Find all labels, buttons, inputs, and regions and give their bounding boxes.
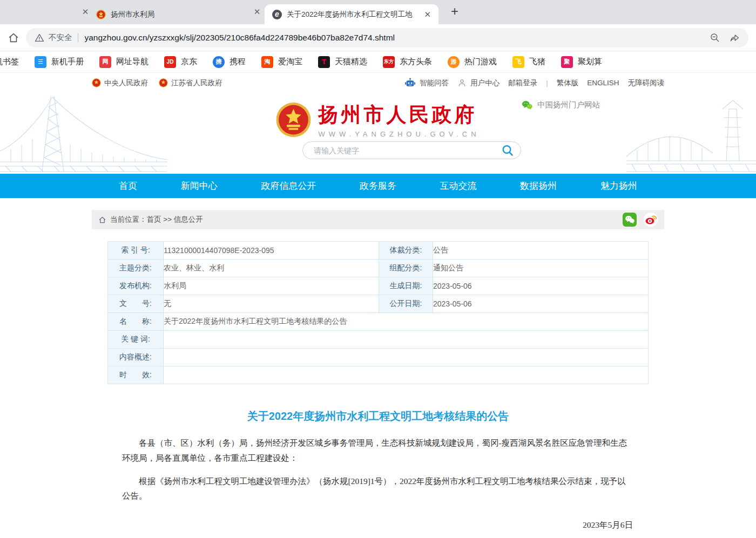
wechat-icon (521, 100, 533, 110)
link-mail-login[interactable]: 邮箱登录 (508, 78, 537, 88)
content-area: 当前位置：首页 >> 信息公开 索 引 号: 11321000014407098… (92, 210, 664, 538)
bookmark-tmall[interactable]: T 天猫精选 (318, 56, 367, 68)
meta-label: 组配分类: (379, 260, 433, 277)
bookmark-label: 热门游戏 (464, 57, 497, 67)
nav-gov-services[interactable]: 政务服务 (360, 180, 396, 192)
nav-news-center[interactable]: 新闻中心 (181, 180, 218, 192)
link-central-government[interactable]: 中央人民政府 (92, 78, 148, 88)
meta-label: 生成日期: (379, 277, 433, 295)
bookmarks-bar: 机书签 ☰ 新机手册 网 网址导航 JD 京东 携 携程 淘 爱淘宝 T 天猫精… (0, 51, 756, 73)
breadcrumb: 当前位置：首页 >> 信息公开 (92, 210, 664, 229)
bookmark-new-phone-manual[interactable]: ☰ 新机手册 (35, 56, 84, 68)
article-paragraph: 各县（市、区）水利（务）局，扬州经济开发区城乡事务管理局，生态科技新城规划建设局… (122, 435, 634, 465)
link-traditional-chinese[interactable]: 繁体版 (557, 78, 579, 88)
link-label: 无障碍阅读 (628, 78, 665, 88)
bookmark-label: 飞猪 (529, 57, 545, 67)
divider (78, 33, 78, 43)
meta-label: 名 称: (108, 313, 164, 331)
site-search (302, 141, 521, 159)
bookmark-label: 爱淘宝 (278, 57, 302, 67)
search-icon[interactable] (501, 144, 514, 157)
navigation-icon: 网 (99, 56, 111, 68)
bridge-artwork-left (0, 93, 167, 174)
gov-emblem-icon (96, 10, 106, 19)
bookmark-ctrip[interactable]: 携 携程 (213, 56, 246, 68)
address-bar: 不安全 yangzhou.gov.cn/yzszxxgk/slj/202305/… (0, 24, 756, 51)
table-row: 文 号: 无 公开日期: 2023-05-06 (108, 295, 649, 313)
link-user-center[interactable]: 用户中心 (457, 78, 500, 88)
meta-value-created-date: 2023-05-06 (433, 277, 649, 295)
close-icon[interactable]: ✕ (80, 6, 91, 17)
meta-label: 文 号: (108, 295, 164, 313)
zoom-out-icon[interactable] (710, 32, 720, 43)
divider: | (546, 79, 548, 87)
manual-icon: ☰ (35, 56, 46, 68)
meta-value-index-number: 11321000014407098E-2023-095 (164, 242, 379, 260)
meta-label: 索 引 号: (108, 242, 164, 260)
bookmark-url-navigation[interactable]: 网 网址导航 (99, 56, 148, 68)
bookmark-phone-bookmarks[interactable]: 机书签 (0, 57, 19, 67)
link-label: 繁体版 (557, 78, 579, 88)
wechat-share-icon[interactable] (623, 213, 637, 227)
table-row: 发布机构: 水利局 生成日期: 2023-05-06 (108, 277, 649, 295)
meta-label: 时 效: (108, 366, 164, 384)
site-logo[interactable]: 扬州市人民政府 WWW.YANGZHOU.GOV.CN (276, 101, 480, 138)
new-tab-button[interactable]: + (447, 4, 462, 19)
bookmark-label: 机书签 (0, 57, 19, 67)
tab-yangzhou-water-bureau[interactable]: 扬州市水利局 (96, 4, 258, 24)
home-icon[interactable] (8, 32, 19, 44)
portal-label[interactable]: 中国扬州门户网站 (521, 100, 600, 110)
link-jiangsu-government[interactable]: 江苏省人民政府 (159, 78, 222, 88)
bookmark-juhuasuan[interactable]: 聚 聚划算 (561, 56, 602, 68)
table-row: 主题分类: 农业、林业、水利 组配分类: 通知公告 (108, 260, 649, 277)
article-title: 关于2022年度扬州市水利工程文明工地考核结果的公告 (122, 409, 634, 424)
nav-charm-yangzhou[interactable]: 魅力扬州 (600, 180, 637, 192)
article-body: 关于2022年度扬州市水利工程文明工地考核结果的公告 各县（市、区）水利（务）局… (92, 409, 664, 538)
meta-value-topic: 农业、林业、水利 (164, 260, 379, 277)
gov-top-bar: 中央人民政府 江苏省人民政府 智能问答 (0, 73, 756, 93)
meta-value-title: 关于2022年度扬州市水利工程文明工地考核结果的公告 (164, 313, 649, 331)
gov-emblem-icon (159, 78, 168, 87)
link-smart-qa[interactable]: 智能问答 (404, 78, 449, 88)
meta-label: 主题分类: (108, 260, 164, 277)
portal-text: 中国扬州门户网站 (537, 100, 600, 110)
url-input[interactable]: 不安全 yangzhou.gov.cn/yzszxxgk/slj/202305/… (26, 28, 748, 47)
site-header-banner: 扬州市人民政府 WWW.YANGZHOU.GOV.CN 中国扬州门户网站 (0, 93, 756, 174)
weibo-share-icon[interactable] (644, 213, 658, 227)
share-icon[interactable] (729, 32, 740, 43)
nav-interaction[interactable]: 互动交流 (440, 180, 477, 192)
bookmark-label: 京东 (181, 57, 197, 67)
bookmark-aitaobao[interactable]: 淘 爱淘宝 (261, 56, 302, 68)
link-english[interactable]: ENGLISH (587, 79, 619, 87)
east-headlines-icon: 东方 (383, 56, 395, 68)
table-row: 名 称: 关于2022年度扬州市水利工程文明工地考核结果的公告 (108, 313, 649, 331)
meta-value-publish-date: 2023-05-06 (433, 295, 649, 313)
meta-value-summary (164, 349, 649, 366)
meta-label: 公开日期: (379, 295, 433, 313)
bookmark-hot-games[interactable]: 游 热门游戏 (448, 56, 497, 68)
tab-active-announcement[interactable]: e 关于2022年度扬州市水利工程文明工地 ✕ (265, 4, 438, 24)
tab-title: 扬州市水利局 (111, 10, 154, 19)
bookmark-east-headlines[interactable]: 东方 东方头条 (383, 56, 432, 68)
bookmark-jd[interactable]: JD 京东 (164, 56, 197, 68)
close-icon[interactable]: ✕ (424, 10, 431, 19)
nav-gov-info-disclosure[interactable]: 政府信息公开 (261, 180, 316, 192)
meta-label: 体裁分类: (379, 242, 433, 260)
breadcrumb-text[interactable]: 当前位置：首页 >> 信息公开 (110, 215, 203, 224)
meta-value-agency: 水利局 (164, 277, 379, 295)
close-icon[interactable]: ✕ (252, 6, 262, 17)
meta-label: 关 键 词: (108, 331, 164, 349)
bookmark-fliggy[interactable]: 飞 飞猪 (512, 56, 545, 68)
table-row: 索 引 号: 11321000014407098E-2023-095 体裁分类:… (108, 242, 649, 260)
link-accessibility[interactable]: 无障碍阅读 (628, 78, 665, 88)
meta-value-doc-number: 无 (164, 295, 379, 313)
url-text: yangzhou.gov.cn/yzszxxgk/slj/202305/210c… (85, 33, 701, 43)
games-icon: 游 (448, 56, 460, 68)
bookmark-label: 东方头条 (400, 57, 432, 67)
table-row: 关 键 词: (108, 331, 649, 349)
search-input[interactable] (313, 146, 501, 155)
nav-data-yangzhou[interactable]: 数据扬州 (520, 180, 557, 192)
meta-value-validity (164, 366, 649, 384)
site-url-text: WWW.YANGZHOU.GOV.CN (318, 130, 480, 138)
nav-home[interactable]: 首页 (119, 180, 137, 192)
